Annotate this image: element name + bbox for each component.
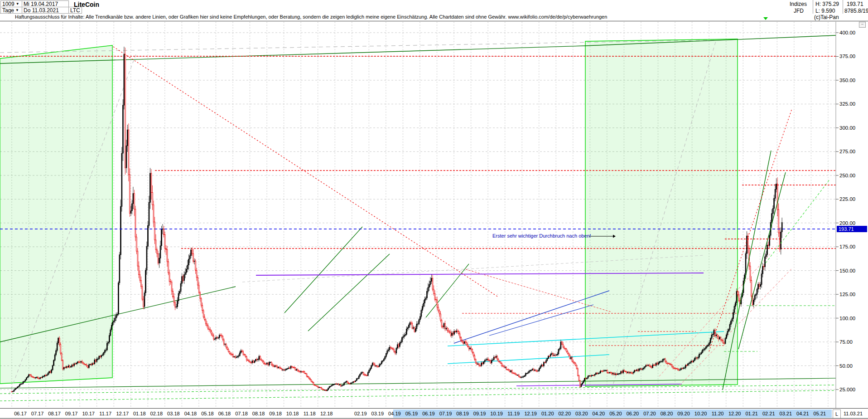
bottom-support-lime-b [0, 390, 836, 401]
annotation-text[interactable]: Erster sehr wichtiger Durchbruch nach ob… [492, 233, 591, 239]
header-separator [0, 21, 868, 21]
chevron-down-icon: ▼ [15, 8, 19, 12]
x-axis-label: 12.19 [524, 411, 537, 416]
chart-title: LiteCoin [74, 1, 99, 8]
x-axis-label: 03.19 [371, 411, 384, 416]
volume-info: 8785.8/19 [844, 8, 868, 14]
x-axis-label: 08.20 [661, 411, 673, 416]
x-axis-label: 07.19 [439, 411, 452, 416]
period-dropdown[interactable]: Tage ▼ [0, 7, 22, 14]
x-axis-label: 05.21 [814, 411, 826, 416]
x-axis-label: 02.18 [150, 411, 163, 416]
x-axis-label: 04.21 [796, 411, 809, 416]
x-axis-label: 10.20 [694, 411, 707, 416]
x-axis-label: 06.20 [627, 411, 639, 416]
x-axis-label: 06.19 [422, 411, 435, 416]
feb20-rally-green [426, 264, 469, 317]
y-axis-label: 400.00 [839, 30, 855, 35]
last-bar-indicator: L [833, 409, 841, 419]
x-axis-label: 04.18 [184, 411, 197, 416]
x-axis-label: 11.19 [507, 411, 520, 416]
x-axis-label: 05.20 [609, 411, 622, 416]
ath-falling-trendline-red [113, 47, 498, 297]
bar-count-dropdown[interactable]: 1009 ▼ [0, 0, 22, 7]
y-axis-label: 275.00 [839, 149, 855, 154]
x-axis-label: 01.18 [133, 411, 146, 416]
support-zone-2017 [0, 45, 112, 384]
x-axis-label: 11.17 [99, 411, 111, 416]
x-axis-label: 10.17 [82, 411, 95, 416]
jun19-rally-green-a [285, 227, 362, 313]
y-axis-label: 150.00 [839, 268, 855, 273]
x-axis-label: 10.18 [286, 411, 299, 416]
x-axis-label: 08.17 [48, 411, 61, 416]
x-axis-separator [0, 408, 868, 409]
x-axis-label: 10.19 [490, 411, 503, 416]
y-axis-label: 175.00 [839, 244, 855, 249]
x-axis-label: 11.20 [712, 411, 724, 416]
x-axis-label: 05.18 [201, 411, 214, 416]
header-divider [843, 0, 843, 14]
x-axis-label: 06.18 [218, 411, 231, 416]
copyright-label: (c)Tai-Pan [814, 14, 839, 20]
blue-uptrend-b [489, 305, 593, 336]
x-axis-label: 09.20 [677, 411, 690, 416]
header-divider [813, 0, 813, 14]
bar-count-value: 1009 [2, 1, 14, 7]
jun19-rally-green-b [308, 254, 390, 331]
x-axis-label: 07.18 [235, 411, 248, 416]
x-axis-label: 02.19 [354, 411, 367, 416]
taipan-chart-window: 1009 ▼ Mi 19.04.2017 Tage ▼ Do 11.03.202… [0, 0, 868, 419]
y-axis-label: 375.00 [839, 54, 855, 59]
x-axis-label: 05.19 [405, 411, 418, 416]
chevron-down-icon: ▼ [16, 2, 19, 6]
x-axis-label: 03.20 [575, 411, 588, 416]
x-axis-label: 12.18 [320, 411, 333, 416]
x-axis-label: 01.21 [745, 411, 758, 416]
x-axis-label: 07.17 [31, 411, 44, 416]
x-axis-label: 06.17 [14, 411, 27, 416]
x-axis-label: 03.21 [780, 411, 792, 416]
x-axis-label: 11.18 [304, 411, 316, 416]
y-axis-label: 350.00 [839, 78, 855, 83]
period-low: L: 9.590 [815, 8, 835, 14]
x-axis-label: 12.17 [116, 411, 129, 416]
y-axis-label: 25.000 [839, 387, 855, 392]
first-date-cell: Mi 19.04.2017 [22, 0, 69, 7]
period-value: Tage [2, 7, 14, 14]
last-price-text: 193.71 [847, 1, 863, 7]
last-price-badge: 193.71 [837, 226, 867, 232]
chart-canvas[interactable] [0, 0, 868, 419]
x-axis-label: 08.18 [252, 411, 265, 416]
marker-triangle-icon [763, 17, 768, 20]
collapse-panel-button[interactable]: – [859, 22, 866, 28]
indizes-label[interactable]: Indizes [790, 1, 807, 7]
x-axis-label: 02.21 [762, 411, 775, 416]
y-axis-label: 200.00 [839, 220, 855, 226]
x-axis-label: 03.18 [167, 411, 180, 416]
x-axis-label: 04.20 [593, 411, 605, 416]
header-row-line [0, 13, 82, 14]
period-high: H: 375.29 [815, 1, 839, 7]
x-axis-label: 04.19 [388, 411, 401, 416]
y-axis-label: 325.00 [839, 101, 855, 107]
y-axis-label: 100.00 [839, 316, 855, 321]
y-axis-label: 50.00 [839, 363, 853, 369]
x-axis-label: 09.19 [473, 411, 486, 416]
last-date-cell: Do 11.03.2021 [22, 7, 69, 14]
feed-label: JFD [794, 8, 804, 14]
y-axis-label: 225.00 [839, 196, 855, 202]
disclaimer-text: Haftungsausschluss für Inhalte: Alle Tre… [15, 14, 607, 19]
x-axis-label: 02.20 [559, 411, 571, 416]
y-axis-label: 250.00 [839, 173, 855, 178]
x-axis-label: 01.20 [541, 411, 554, 416]
x-axis-label: 08.19 [456, 411, 469, 416]
x-axis-label: 09.17 [65, 411, 78, 416]
window-bottom-edge [0, 418, 868, 419]
x-axis-label: 07.20 [643, 411, 656, 416]
x-axis-label: 12.20 [728, 411, 741, 416]
x-axis-label: 09.18 [269, 411, 282, 416]
y-axis-label: 300.00 [839, 125, 855, 131]
y-axis-label: 75.00 [839, 339, 853, 345]
cursor-date: 11.03.21 [844, 411, 863, 416]
